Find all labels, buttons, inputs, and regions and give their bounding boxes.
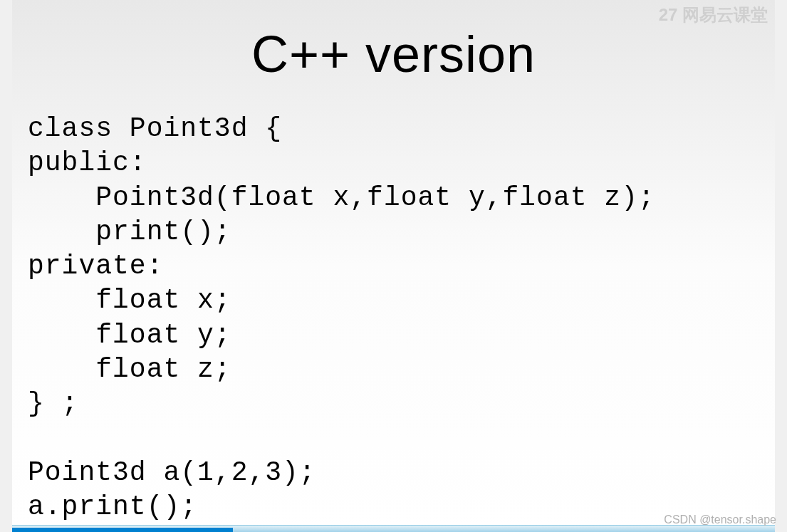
slide-container: C++ version class Point3d { public: Poin… — [12, 0, 775, 532]
watermark-top-right: 27 网易云课堂 — [659, 4, 768, 26]
progress-bar — [12, 528, 233, 532]
watermark-bottom-right: CSDN @tensor.shape — [664, 513, 776, 526]
code-block: class Point3d { public: Point3d(float x,… — [28, 112, 775, 524]
slide-title: C++ version — [12, 25, 775, 83]
